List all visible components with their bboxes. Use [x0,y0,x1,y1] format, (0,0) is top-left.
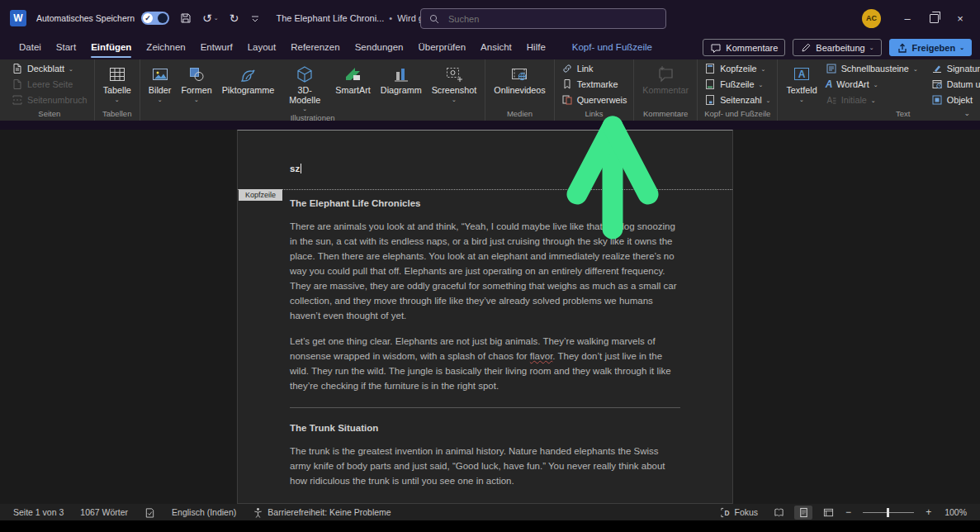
collapse-ribbon-button[interactable]: ⌄ [963,109,970,117]
search-input[interactable] [447,13,658,25]
tab-zeichnen[interactable]: Zeichnen [139,36,192,59]
section-heading: The Trunk Situation [290,420,680,435]
chevron-down-icon: ⌄ [959,45,964,51]
page-number-status[interactable]: Seite 1 von 3 [8,504,69,520]
editing-mode-button[interactable]: Bearbeitung ⌄ [793,39,881,56]
zoom-in-button[interactable]: + [924,506,933,518]
tab-einfuegen[interactable]: Einfügen [83,36,139,59]
share-button[interactable]: Freigeben ⌄ [889,39,972,56]
link-button[interactable]: Link [559,61,630,76]
link-label: Link [577,64,594,74]
accessibility-status[interactable]: Barrierefreiheit: Keine Probleme [248,504,395,520]
accessibility-icon [253,507,263,518]
smartart-icon [343,64,363,84]
menubar-right: Kommentare Bearbeitung ⌄ Freigeben ⌄ [703,39,972,56]
tab-entwurf[interactable]: Entwurf [193,36,240,59]
focus-mode-button[interactable]: D Fokus [715,504,764,520]
document-canvas: sz Kopfzeile The Elephant Life Chronicle… [0,130,980,504]
ribbon-group-label: Tabellen [99,108,135,121]
paragraph: Let’s get one thing clear. Elephants are… [290,334,680,393]
page-number-icon [704,94,716,106]
tab-hilfe[interactable]: Hilfe [519,36,553,59]
restore-button[interactable] [921,0,947,36]
text-cursor [301,164,301,173]
signaturzeile-label: Signaturzeile [947,64,980,74]
online-video-icon [509,64,529,84]
chevron-down-icon: ⌄ [214,12,219,24]
read-mode-button[interactable] [769,506,788,520]
screenshot-button[interactable]: Screenshot ⌄ [428,61,481,103]
signaturzeile-button[interactable]: Signaturzeile ⌄ [929,61,980,76]
cross-reference-icon [561,94,573,106]
customize-toolbar-button[interactable] [249,12,261,24]
ribbon-group-text: A Textfeld ⌄ Schnellbausteine ⌄ A WordAr… [778,59,980,121]
redo-button[interactable]: ↻ [230,12,239,24]
zoom-slider-thumb[interactable] [887,508,889,517]
smartart-label: SmartArt [335,86,371,96]
new-comment-icon [656,64,675,84]
zoom-out-button[interactable]: − [844,506,853,518]
page-break-icon [12,94,23,106]
chevron-down-icon: ⌄ [873,81,878,88]
chevron-down-icon: ⌄ [115,96,120,103]
querverweis-button[interactable]: Querverweis [559,93,630,107]
object-icon [931,94,943,106]
tab-ueberpruefen[interactable]: Überprüfen [411,36,474,59]
textfeld-button[interactable]: A Textfeld ⌄ [782,61,821,103]
chevron-down-icon: ⌄ [799,96,804,103]
piktogramme-button[interactable]: Piktogramme [218,61,279,96]
minimize-button[interactable]: – [894,0,921,36]
header-text[interactable]: sz [290,164,300,173]
search-box[interactable] [420,8,666,29]
drop-cap-icon: A [826,94,837,106]
close-button[interactable]: × [947,0,973,36]
formen-button[interactable]: Formen ⌄ [177,61,215,103]
tab-kopf-und-fusszeile[interactable]: Kopf- und Fußzeile [565,36,660,59]
wordart-button[interactable]: A WordArt ⌄ [823,77,921,92]
tab-datei[interactable]: Datei [12,36,49,59]
textmarke-button[interactable]: Textmarke [559,77,630,92]
tabelle-button[interactable]: Tabelle ⌄ [99,61,135,103]
date-time-icon [931,78,943,90]
deckblatt-button[interactable]: Deckblatt ⌄ [9,61,90,76]
objekt-label: Objekt [947,95,973,105]
schnellbausteine-button[interactable]: Schnellbausteine ⌄ [823,61,921,76]
smartart-button[interactable]: SmartArt [331,61,375,96]
tab-start[interactable]: Start [49,36,83,59]
annotation-arrow-up [558,114,667,240]
proofing-status-button[interactable] [140,504,160,520]
kopfzeile-button[interactable]: Kopfzeile ⌄ [702,61,773,76]
web-layout-button[interactable] [819,506,837,520]
save-button[interactable] [180,12,192,24]
avatar[interactable]: AC [862,9,881,28]
section-divider [290,407,680,408]
misspelled-word: flavor [530,351,553,361]
fusszeile-button[interactable]: Fußzeile ⌄ [702,77,773,92]
titlebar-right: AC – × [862,0,973,36]
autosave-label: Automatisches Speichern [36,13,135,23]
datum-und-uhrzeit-button[interactable]: Datum und Uhrzeit [929,77,980,92]
zoom-slider[interactable] [863,512,914,513]
tab-sendungen[interactable]: Sendungen [348,36,411,59]
tab-ansicht[interactable]: Ansicht [473,36,519,59]
title-bar: W Automatisches Speichern ✓ ↺⌄ ↻ The Ele… [0,0,980,36]
onlinevideos-button[interactable]: Onlinevideos [490,61,549,96]
undo-button[interactable]: ↺⌄ [202,12,219,24]
language-status[interactable]: Englisch (Indien) [167,504,241,520]
chevron-down-icon: ⌄ [869,45,874,51]
autosave-toggle[interactable]: ✓ [141,12,169,25]
zoom-level[interactable]: 100% [940,504,972,520]
schnellbausteine-label: Schnellbausteine [841,64,909,74]
bilder-button[interactable]: Bilder ⌄ [144,61,176,103]
objekt-button[interactable]: Objekt ⌄ [929,93,980,107]
customize-toolbar-icon [249,12,261,24]
3d-modelle-button[interactable]: 3D-Modelle ⌄ [280,61,329,112]
tab-layout[interactable]: Layout [240,36,284,59]
diagramm-button[interactable]: Diagramm [376,61,426,96]
word-count-status[interactable]: 1067 Wörter [75,504,133,520]
seitenzahl-button[interactable]: Seitenzahl ⌄ [702,93,773,107]
print-layout-button[interactable] [794,506,812,520]
tab-referenzen[interactable]: Referenzen [283,36,347,59]
undo-icon: ↺ [202,12,212,24]
comments-button[interactable]: Kommentare [703,39,785,56]
